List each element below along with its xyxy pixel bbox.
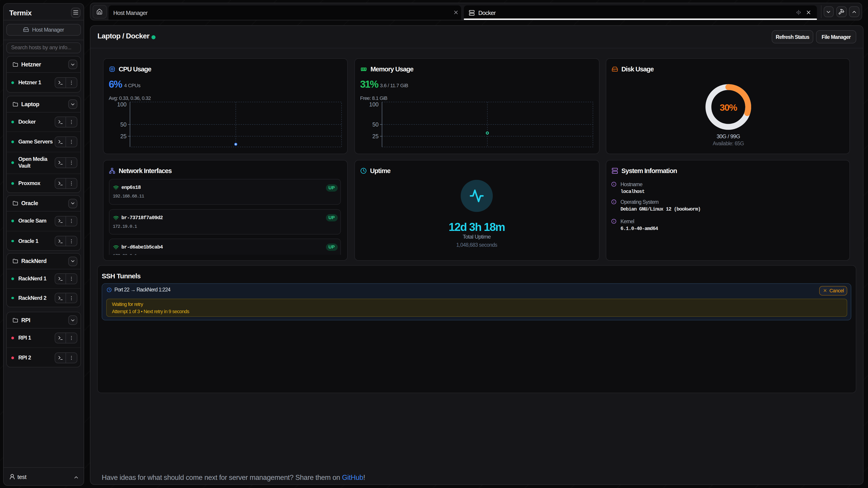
svg-text:50: 50 bbox=[372, 121, 378, 128]
svg-text:100: 100 bbox=[117, 101, 126, 107]
svg-text:100: 100 bbox=[369, 101, 378, 107]
svg-text:25: 25 bbox=[120, 133, 126, 139]
svg-text:50: 50 bbox=[120, 121, 126, 128]
svg-text:30%: 30% bbox=[719, 102, 737, 112]
svg-text:30G / 99G: 30G / 99G bbox=[716, 133, 740, 139]
svg-text:Available: 65G: Available: 65G bbox=[712, 140, 744, 147]
svg-text:25: 25 bbox=[372, 133, 378, 139]
